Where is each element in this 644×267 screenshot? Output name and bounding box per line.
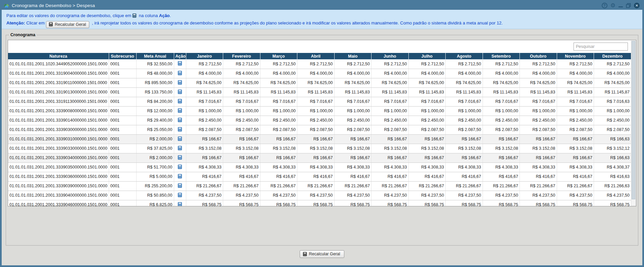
mes-junho-cell: R$ 2.087,50 bbox=[371, 125, 409, 134]
edit-row-calculator-button[interactable] bbox=[178, 136, 182, 141]
acao-cell bbox=[174, 144, 186, 153]
mes-julho-cell: R$ 2.450,00 bbox=[408, 116, 446, 125]
natureza-cell: 01.01.01.031.2001.2001.3339035000000.150… bbox=[8, 162, 109, 172]
mes-junho-cell: R$ 1.000,00 bbox=[371, 106, 409, 116]
minimize-icon[interactable] bbox=[618, 3, 623, 8]
mes-dezembro-cell: R$ 21.266,63 bbox=[594, 181, 631, 191]
table-row: 01.01.01.031.2001.2001.3339046000000.150… bbox=[8, 200, 631, 206]
mes-fevereiro-cell: R$ 166,67 bbox=[223, 153, 260, 162]
app-window: Cronograma de Desembolso > Despesa ? ⚙ ✕… bbox=[0, 0, 644, 267]
column-header-meta-anual[interactable]: Meta Anual bbox=[136, 53, 174, 59]
mes-abril-cell: R$ 7.016,67 bbox=[297, 97, 335, 106]
table-row: 01.01.01.031.2001.2001.3319113000000.150… bbox=[8, 97, 631, 106]
vertical-scrollbar[interactable] bbox=[631, 41, 636, 206]
column-header-fevereiro[interactable]: Fevereiro bbox=[223, 53, 260, 59]
mes-julho-cell: R$ 2.712,50 bbox=[408, 59, 446, 69]
instructions-bar: Para editar os valores do cronograma de … bbox=[2, 10, 642, 29]
mes-novembro-cell: R$ 21.266,67 bbox=[557, 181, 594, 191]
mes-novembro-cell: R$ 2.450,00 bbox=[557, 116, 594, 125]
instruction-text: Clicar em bbox=[25, 20, 45, 25]
recalcular-geral-inline-button[interactable]: Recalcular Geral bbox=[46, 21, 89, 28]
mes-fevereiro-cell: R$ 7.016,67 bbox=[223, 97, 260, 106]
mes-novembro-cell: R$ 166,67 bbox=[557, 134, 594, 144]
mes-marco-cell: R$ 2.450,00 bbox=[260, 116, 297, 125]
mes-outubro-cell: R$ 74.625,00 bbox=[520, 78, 557, 87]
settings-gear-icon[interactable]: ⚙ bbox=[610, 3, 615, 8]
scrollbar-thumb[interactable] bbox=[632, 41, 635, 199]
edit-row-calculator-button[interactable] bbox=[178, 118, 182, 122]
edit-row-calculator-button[interactable] bbox=[178, 71, 182, 75]
meta-anual-cell: R$ 32.550,00 bbox=[136, 59, 174, 69]
mes-junho-cell: R$ 4.308,33 bbox=[371, 162, 409, 172]
mes-dezembro-cell: R$ 3.152,12 bbox=[594, 144, 631, 153]
help-icon[interactable]: ? bbox=[602, 3, 607, 8]
edit-row-calculator-button[interactable] bbox=[178, 202, 182, 206]
edit-row-calculator-button[interactable] bbox=[178, 127, 182, 132]
column-header-janeiro[interactable]: Janeiro bbox=[186, 53, 223, 59]
mes-julho-cell: R$ 7.016,67 bbox=[408, 97, 446, 106]
page-title: Cronograma de Desembolso > Despesa bbox=[12, 3, 95, 8]
mes-abril-cell: R$ 568,75 bbox=[297, 200, 335, 206]
table-row: 01.01.01.031.2001.2001.3339031000000.150… bbox=[8, 134, 631, 144]
mes-fevereiro-cell: R$ 3.152,08 bbox=[223, 144, 260, 153]
column-header-subrecurso[interactable]: Subrecurso bbox=[109, 53, 136, 59]
mes-dezembro-cell: R$ 416,63 bbox=[594, 172, 631, 181]
column-header-setembro[interactable]: Setembro bbox=[483, 53, 520, 59]
column-header-junho[interactable]: Junho bbox=[371, 53, 409, 59]
restore-window-icon[interactable] bbox=[626, 3, 631, 8]
main-content: Cronograma NaturezaSubrecursoMeta AnualA… bbox=[2, 29, 642, 265]
edit-row-calculator-button[interactable] bbox=[178, 99, 182, 104]
mes-julho-cell: R$ 4.308,33 bbox=[408, 162, 446, 172]
edit-row-calculator-button[interactable] bbox=[178, 89, 182, 94]
edit-row-calculator-button[interactable] bbox=[178, 183, 182, 188]
column-header-maio[interactable]: Maio bbox=[334, 53, 371, 59]
mes-novembro-cell: R$ 1.000,00 bbox=[557, 106, 594, 116]
search-input[interactable] bbox=[574, 43, 628, 51]
table-row: 01.01.01.031.2001.2001.3339035000000.150… bbox=[8, 162, 631, 172]
edit-row-calculator-button[interactable] bbox=[178, 146, 182, 150]
acao-cell bbox=[174, 106, 186, 116]
edit-row-calculator-button[interactable] bbox=[178, 80, 182, 85]
natureza-cell: 01.01.01.031.2001.2001.3319013000000.150… bbox=[8, 87, 109, 97]
column-header-mar-o[interactable]: Março bbox=[260, 53, 297, 59]
close-icon[interactable]: ✕ bbox=[634, 3, 640, 8]
subrecurso-cell: 0001 bbox=[109, 106, 136, 116]
mes-janeiro-cell: R$ 166,67 bbox=[186, 153, 223, 162]
mes-fevereiro-cell: R$ 2.087,50 bbox=[223, 125, 260, 134]
column-header-agosto[interactable]: Agosto bbox=[446, 53, 483, 59]
edit-row-calculator-button[interactable] bbox=[178, 61, 182, 66]
mes-novembro-cell: R$ 4.237,50 bbox=[557, 191, 594, 200]
column-header-natureza[interactable]: Natureza bbox=[8, 53, 109, 59]
mes-setembro-cell: R$ 4.308,33 bbox=[483, 162, 520, 172]
column-header-novembro[interactable]: Novembro bbox=[557, 53, 594, 59]
edit-row-calculator-button[interactable] bbox=[178, 193, 182, 197]
mes-dezembro-cell: R$ 1.000,00 bbox=[594, 106, 631, 116]
edit-row-calculator-button[interactable] bbox=[178, 155, 182, 160]
column-header-outubro[interactable]: Outubro bbox=[520, 53, 557, 59]
mes-abril-cell: R$ 4.000,00 bbox=[297, 69, 335, 78]
mes-junho-cell: R$ 416,67 bbox=[371, 172, 409, 181]
mes-maio-cell: R$ 416,67 bbox=[334, 172, 371, 181]
recalcular-geral-button[interactable]: Recalcular Geral bbox=[300, 250, 344, 258]
edit-row-calculator-button[interactable] bbox=[178, 174, 182, 179]
edit-row-calculator-button[interactable] bbox=[178, 164, 182, 169]
subrecurso-cell: 0001 bbox=[109, 69, 136, 78]
mes-julho-cell: R$ 4.237,50 bbox=[408, 191, 446, 200]
mes-agosto-cell: R$ 4.237,50 bbox=[446, 191, 483, 200]
edit-row-calculator-button[interactable] bbox=[178, 108, 182, 113]
mes-abril-cell: R$ 74.625,00 bbox=[297, 78, 335, 87]
mes-dezembro-cell: R$ 4.308,37 bbox=[594, 162, 631, 172]
instruction-text: . bbox=[170, 13, 171, 18]
mes-fevereiro-cell: R$ 4.237,50 bbox=[223, 191, 260, 200]
column-header-abril[interactable]: Abril bbox=[297, 53, 335, 59]
grid-scroll-area[interactable]: NaturezaSubrecursoMeta AnualAçãoJaneiroF… bbox=[8, 53, 631, 206]
column-header-julho[interactable]: Julho bbox=[408, 53, 446, 59]
column-header-a-o[interactable]: Ação bbox=[174, 53, 186, 59]
mes-agosto-cell: R$ 2.450,00 bbox=[446, 116, 483, 125]
subrecurso-cell: 0001 bbox=[109, 172, 136, 181]
mes-janeiro-cell: R$ 416,67 bbox=[186, 172, 223, 181]
subrecurso-cell: 0001 bbox=[109, 153, 136, 162]
column-header-dezembro[interactable]: Dezembro bbox=[594, 53, 631, 59]
mes-setembro-cell: R$ 568,75 bbox=[483, 200, 520, 206]
mes-novembro-cell: R$ 2.712,50 bbox=[557, 59, 594, 69]
